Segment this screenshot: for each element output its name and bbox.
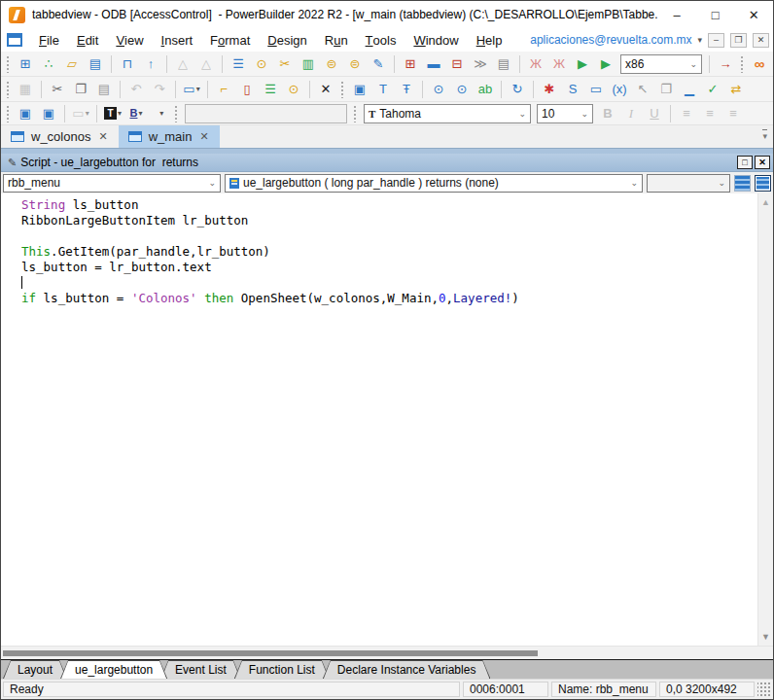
minimize-button[interactable]: –	[657, 1, 696, 28]
code-line[interactable]: This.GetItem(par_handle,lr_button)	[21, 244, 757, 260]
scroll-up-icon[interactable]: ▲	[761, 197, 770, 207]
italic-button[interactable]: I	[619, 103, 643, 124]
find-in-files-button[interactable]: ⊙	[282, 79, 305, 100]
exit-button[interactable]: →	[714, 53, 737, 75]
inherit-button[interactable]: ∴	[37, 53, 60, 75]
toolbar-grip[interactable]	[340, 81, 344, 98]
toolbar-grip[interactable]	[353, 105, 357, 122]
redo-button[interactable]: ↷	[148, 79, 171, 100]
menu-format[interactable]: Format	[201, 28, 259, 52]
zoom-select-button[interactable]: ⊙	[450, 79, 474, 100]
paste-sql-button[interactable]: S	[561, 79, 584, 100]
archive-button[interactable]: ▤	[492, 53, 515, 75]
select-debug-button[interactable]: Ж	[547, 53, 571, 75]
new-object-button[interactable]: ⊞	[14, 53, 37, 75]
browser-button[interactable]: ⊙	[250, 53, 273, 75]
align-right-button[interactable]: ≡	[721, 103, 745, 124]
horizontal-scroll-thumb[interactable]	[3, 650, 538, 656]
border-style-button[interactable]: ▾	[148, 103, 171, 124]
mdi-close-button[interactable]: ✕	[753, 33, 769, 48]
scroll-down-icon[interactable]: ▼	[761, 632, 770, 642]
paste-statement-button[interactable]: ▭	[584, 79, 608, 100]
script-close-button[interactable]: ✕	[755, 156, 770, 169]
menu-tools[interactable]: Tools	[357, 28, 405, 52]
menu-view[interactable]: View	[107, 28, 152, 52]
workspace-hierarchy-button[interactable]: ⊓	[116, 53, 139, 75]
edit-source-button[interactable]: ✎	[367, 53, 390, 75]
paste-arguments-button[interactable]: ⇄	[724, 79, 748, 100]
undo-button[interactable]: ↶	[124, 79, 148, 100]
syntax-font-button[interactable]: T	[371, 79, 395, 100]
database-painter-button[interactable]: ⊜	[343, 53, 367, 75]
paste-instance-button[interactable]: ❐	[654, 79, 678, 100]
background-color-button[interactable]: B▾	[124, 103, 148, 124]
code-line[interactable]: String ls_button	[21, 197, 757, 213]
toolbar-grip[interactable]	[174, 105, 178, 122]
document-tab-w_main[interactable]: w_main✕	[119, 125, 220, 148]
paste-button[interactable]: ▤	[92, 79, 116, 100]
painter-tab-declare-instance-variables[interactable]: Declare Instance Variables	[323, 660, 491, 679]
run-button[interactable]: ▶	[571, 53, 594, 75]
painter-tab-event-list[interactable]: Event List	[160, 660, 241, 679]
close-script-button[interactable]: ✕	[314, 79, 337, 100]
resize-grip[interactable]	[757, 682, 771, 697]
paste-verify-button[interactable]: ✓	[701, 79, 724, 100]
mdi-restore-button[interactable]: ❐	[730, 33, 747, 48]
code-line[interactable]: ls_button = lr_button.text	[21, 260, 757, 275]
code-line[interactable]: if ls_button = 'Colonos' then OpenSheet(…	[21, 291, 757, 306]
close-window-button[interactable]: ⊟	[445, 53, 469, 75]
paste-object-button[interactable]: ↖	[631, 79, 654, 100]
zoom-button[interactable]: ⊙	[427, 79, 450, 100]
print-preview-button[interactable]: ▯	[235, 79, 259, 100]
toolbar-grip[interactable]	[740, 55, 744, 73]
tab-close-icon[interactable]: ✕	[198, 130, 209, 143]
tab-close-icon[interactable]: ✕	[97, 130, 108, 143]
refresh-button[interactable]: ↻	[506, 79, 529, 100]
vertical-scrollbar[interactable]: ▲ ▼	[757, 193, 773, 646]
toolbar-grip[interactable]	[6, 55, 10, 73]
maximize-button[interactable]: □	[696, 1, 735, 28]
align-center-button[interactable]: ≡	[698, 103, 721, 124]
control-name-input[interactable]	[185, 104, 347, 123]
paste-function-button[interactable]: (x)	[608, 79, 631, 100]
library-drawer-button[interactable]: ≫	[469, 53, 492, 75]
font-size-combo[interactable]: 10⌄	[537, 104, 593, 123]
window-painter-button[interactable]: ▬	[422, 53, 445, 75]
previous-error-button[interactable]: △	[171, 53, 194, 75]
toolbar-grip[interactable]	[6, 81, 10, 98]
copy-button[interactable]: ❐	[69, 79, 92, 100]
db-profile-button[interactable]: ⊜	[320, 53, 343, 75]
menu-run[interactable]: Run	[316, 28, 357, 52]
deploy-button[interactable]: ↑	[139, 53, 162, 75]
menu-insert[interactable]: Insert	[153, 28, 202, 52]
clip-window-button[interactable]: ✂	[273, 53, 297, 75]
align-left-button[interactable]: ≡	[675, 103, 698, 124]
cut-button[interactable]: ✂	[46, 79, 69, 100]
horizontal-scrollbar[interactable]	[1, 646, 773, 659]
code-editor[interactable]: String ls_buttonRibbonLargeButtonItem lr…	[1, 193, 773, 646]
mdi-document-icon[interactable]	[7, 33, 22, 47]
event-handler-combo[interactable]: rbb_menu ⌄	[3, 174, 221, 192]
menu-window[interactable]: Window	[405, 28, 467, 52]
tab-scroll-icon[interactable]: ▾	[762, 129, 767, 141]
replace-text-button[interactable]: ab	[474, 79, 497, 100]
select-objects-button[interactable]: ▣	[348, 79, 371, 100]
next-error-button[interactable]: △	[194, 53, 218, 75]
cascade-view-button[interactable]	[734, 175, 751, 192]
move-control-button[interactable]: ▣	[14, 103, 37, 124]
painter-tab-ue_largebutton[interactable]: ue_largebutton	[60, 660, 167, 679]
painter-tab-function-list[interactable]: Function List	[234, 660, 330, 679]
underline-button[interactable]: U	[643, 103, 666, 124]
open-button[interactable]: ▱	[60, 53, 84, 75]
todo-list-button[interactable]: ☰	[227, 53, 250, 75]
close-button[interactable]: ✕	[734, 1, 773, 28]
paste-special-button[interactable]: ✱	[538, 79, 561, 100]
code-line[interactable]	[21, 275, 757, 291]
debug-button[interactable]: Ж	[524, 53, 547, 75]
paste-window-button[interactable]: ▁	[678, 79, 701, 100]
uncomment-button[interactable]: ⌐	[212, 79, 235, 100]
tile-view-button[interactable]	[755, 175, 771, 192]
code-line[interactable]	[21, 228, 757, 244]
build-target-combo[interactable]: x86⌄	[620, 54, 702, 74]
layout-button[interactable]: ▭▾	[69, 103, 92, 124]
